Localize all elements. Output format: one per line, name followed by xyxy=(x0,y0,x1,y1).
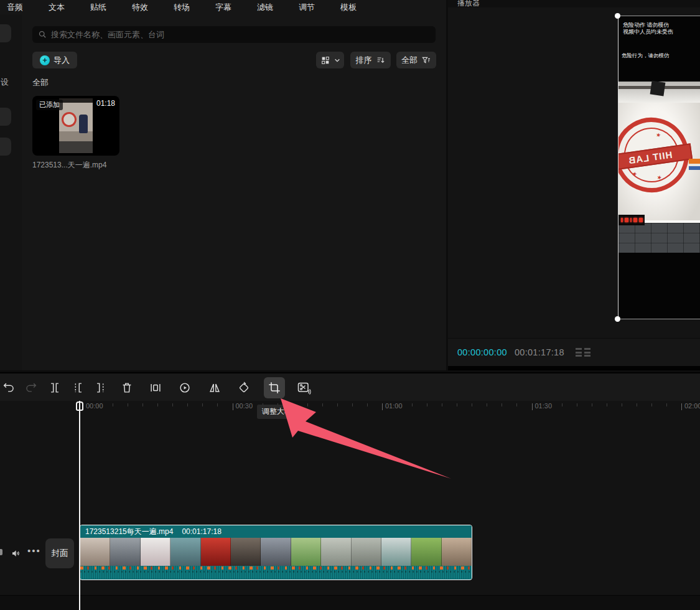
sidebar-partial-button[interactable] xyxy=(0,138,11,156)
undo-button[interactable] xyxy=(0,377,19,398)
filmstrip-frame-4 xyxy=(201,538,231,566)
menu-tab-3[interactable]: 特效 xyxy=(132,2,148,13)
video-preview[interactable]: 危险动作 请勿模仿 视频中人员均未受伤 危险行为，请勿模仿 ★ ★ ★ HIIT xyxy=(618,16,700,319)
menu-tab-6[interactable]: 滤镜 xyxy=(257,2,273,13)
filmstrip-frame-6 xyxy=(261,538,291,566)
ruler-tick xyxy=(382,403,383,410)
ruler-tick xyxy=(397,403,398,406)
ruler-tick xyxy=(337,403,338,406)
player-controls: 00:00:00:00 00:01:17:18 xyxy=(448,338,700,366)
playhead-handle[interactable] xyxy=(76,401,83,411)
ruler-label: 00:30 xyxy=(236,402,253,410)
timecode-current: 00:00:00:00 xyxy=(457,347,507,357)
gym-ceiling xyxy=(618,82,700,103)
timeline-clip[interactable]: 1723513215每天一遍.mp4 00:01:17:18 xyxy=(80,525,472,580)
filmstrip-frame-12 xyxy=(442,538,472,566)
split-button[interactable] xyxy=(44,377,65,398)
left-sidebar-strip: 设 xyxy=(0,14,22,370)
smart-clip-button[interactable] xyxy=(293,377,314,398)
sort-button[interactable]: 排序 xyxy=(350,52,391,68)
redo-button[interactable] xyxy=(21,377,42,398)
view-mode-button[interactable] xyxy=(316,52,344,68)
filmstrip-frame-9 xyxy=(352,538,381,566)
ruler-tick xyxy=(622,403,622,406)
player-panel: 播放器 危险动作 请勿模仿 视频中人员均未受伤 危险行为，请勿模仿 ★ xyxy=(448,0,700,370)
rotate-icon xyxy=(237,381,251,395)
ruler-tick xyxy=(547,403,548,406)
delete-right-button[interactable] xyxy=(90,377,111,398)
top-menubar: 音频文本贴纸特效转场字幕滤镜调节模板 xyxy=(0,0,446,14)
warning-text-mid: 危险行为，请勿模仿 xyxy=(622,52,670,60)
search-icon xyxy=(38,30,47,39)
track-lock-icon-partial[interactable] xyxy=(0,549,2,555)
ruler-tick xyxy=(592,403,592,406)
ruler-tick xyxy=(202,403,203,406)
ruler-tick xyxy=(607,403,607,406)
ruler-tick xyxy=(172,403,173,406)
selection-handle-top[interactable] xyxy=(615,13,620,19)
ruler-tick xyxy=(113,403,113,406)
search-bar[interactable] xyxy=(32,26,436,43)
menu-tab-2[interactable]: 贴纸 xyxy=(90,2,106,13)
sidebar-partial-button[interactable] xyxy=(0,108,11,126)
mirror-icon xyxy=(208,381,222,395)
preview-top-letterbox: 危险动作 请勿模仿 视频中人员均未受伤 危险行为，请勿模仿 xyxy=(618,16,700,82)
menu-tab-5[interactable]: 字幕 xyxy=(215,2,231,13)
mirror-button[interactable] xyxy=(204,377,225,398)
media-item-card[interactable]: 已添加 01:18 xyxy=(32,96,119,156)
added-badge: 已添加 xyxy=(36,100,63,110)
filmstrip-frame-5 xyxy=(231,538,261,566)
selection-handle-bottom[interactable] xyxy=(615,316,620,322)
ruler-tick xyxy=(98,403,98,406)
tooltip-resize: 调整大小 xyxy=(257,405,297,419)
filmstrip-frame-3 xyxy=(170,538,200,566)
timecode-total: 00:01:17:18 xyxy=(515,347,564,357)
gym-timer-display xyxy=(618,215,645,225)
import-plus-icon: + xyxy=(40,55,50,65)
ruler-tick xyxy=(367,403,368,406)
thumb-person xyxy=(79,115,88,133)
crop-button[interactable] xyxy=(264,377,285,398)
menu-tab-8[interactable]: 模板 xyxy=(340,2,357,13)
player-header: 播放器 xyxy=(448,0,700,7)
import-button[interactable]: + 导入 xyxy=(32,52,77,68)
preview-scale-icon[interactable] xyxy=(576,348,590,357)
cover-button[interactable]: 封面 xyxy=(45,538,74,568)
thumb-stamp-logo xyxy=(60,110,78,129)
crop-icon xyxy=(268,381,281,395)
delete-icon xyxy=(120,381,134,395)
chevron-down-icon xyxy=(334,57,340,63)
ruler-tick xyxy=(427,403,427,406)
player-title: 播放器 xyxy=(457,0,480,7)
sidebar-partial-label: 设 xyxy=(1,77,9,88)
menu-tab-1[interactable]: 文本 xyxy=(49,2,65,13)
filter-button[interactable]: 全部 xyxy=(396,52,436,68)
freeze-frame-button[interactable] xyxy=(145,377,166,398)
delete-button[interactable] xyxy=(116,377,138,398)
preview-gym-scene: ★ ★ ★ HIIT LAB xyxy=(618,82,700,253)
track-more-icon[interactable]: ••• xyxy=(27,545,41,556)
menu-tab-4[interactable]: 转场 xyxy=(174,2,190,13)
filmstrip-frame-11 xyxy=(411,538,441,566)
search-input[interactable] xyxy=(51,30,430,39)
timeline-ruler[interactable]: 00:0000:3001:0001:3002:00 xyxy=(0,401,700,420)
split-icon xyxy=(48,381,62,395)
ruler-tick xyxy=(157,403,158,406)
menu-tab-7[interactable]: 调节 xyxy=(299,2,315,13)
sidebar-partial-button[interactable] xyxy=(0,24,11,42)
media-library-panel: + 导入 排序 全部 全部 xyxy=(22,14,446,370)
reverse-icon xyxy=(178,381,192,395)
track-mute-icon[interactable] xyxy=(11,548,22,559)
media-thumbnail xyxy=(59,98,93,153)
ruler-tick xyxy=(187,403,188,406)
rotate-button[interactable] xyxy=(233,377,254,398)
reverse-button[interactable] xyxy=(174,377,195,398)
delete-right-icon xyxy=(94,381,108,395)
filmstrip-frame-0 xyxy=(80,538,110,566)
video-editor-app: 音频文本贴纸特效转场字幕滤镜调节模板 设 + 导入 排序 xyxy=(0,0,700,610)
menu-tab-0[interactable]: 音频 xyxy=(7,2,23,13)
ruler-label: 00:00 xyxy=(86,402,103,410)
clip-filmstrip xyxy=(80,538,472,566)
delete-left-button[interactable] xyxy=(67,377,88,398)
ruler-tick xyxy=(233,403,233,410)
